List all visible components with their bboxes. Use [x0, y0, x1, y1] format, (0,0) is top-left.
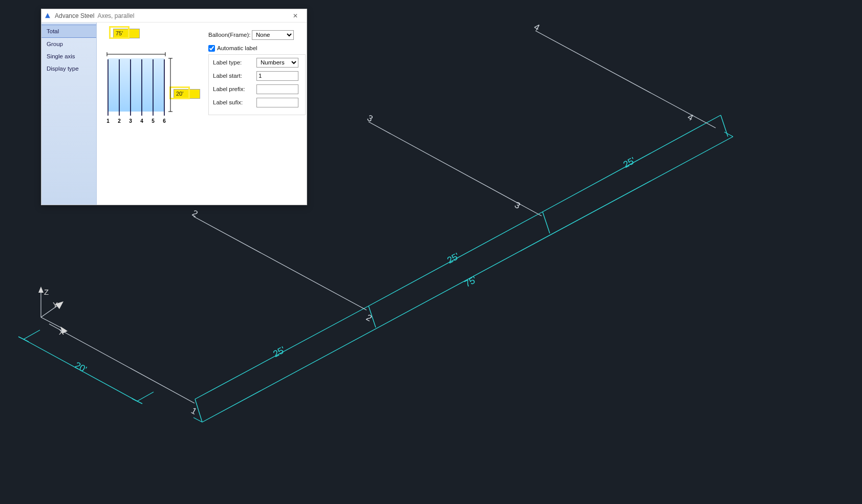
axis-label-2b: 2 — [364, 313, 373, 323]
svg-line-24 — [535, 31, 716, 128]
axis-label-4a: 4 — [532, 22, 541, 33]
app-icon — [44, 12, 52, 20]
svg-line-9 — [24, 330, 40, 339]
dim-depth: 20' — [18, 330, 154, 404]
svg-text:6: 6 — [163, 118, 166, 124]
axis-label-1: 1 — [189, 406, 198, 417]
axis-label-3a: 3 — [365, 113, 374, 124]
ucs-z-label: Z — [44, 288, 49, 296]
label-sufix-label: Label sufix: — [213, 99, 256, 105]
sidebar-item-display-type[interactable]: Display type — [41, 62, 96, 75]
sidebar-item-single-axis[interactable]: Single axis — [41, 50, 96, 62]
dialog-titlebar[interactable]: Advance Steel Axes, parallel ✕ — [41, 9, 307, 23]
label-start-label: Label start: — [213, 73, 256, 79]
axes-dialog: Advance Steel Axes, parallel ✕ Total Gro… — [41, 9, 307, 205]
total-width-input[interactable] — [113, 29, 140, 38]
axis-1-line: 1 — [49, 324, 198, 417]
svg-text:1: 1 — [106, 118, 110, 124]
svg-rect-28 — [108, 58, 164, 112]
sidebar-item-group[interactable]: Group — [41, 38, 96, 50]
balloon-label: Balloon(Frame): — [208, 32, 252, 38]
dialog-content: 1 2 3 4 5 6 Balloon(Frame): None Automat… — [97, 23, 307, 205]
label-type-select[interactable]: Numbers — [256, 58, 298, 68]
svg-text:3: 3 — [129, 118, 132, 124]
axis-3-line: 3 3 — [365, 113, 542, 216]
svg-text:5: 5 — [152, 118, 155, 124]
label-start-input[interactable] — [256, 71, 298, 81]
close-icon: ✕ — [293, 12, 298, 19]
svg-text:2: 2 — [118, 118, 121, 124]
svg-line-10 — [137, 392, 154, 401]
svg-text:4: 4 — [140, 118, 143, 124]
svg-line-22 — [193, 216, 367, 310]
ucs-icon: Z Y X — [38, 287, 68, 336]
dim-depth-text: 20' — [73, 360, 89, 375]
close-button[interactable]: ✕ — [286, 10, 305, 22]
label-sufix-input[interactable] — [256, 98, 298, 107]
svg-line-23 — [369, 122, 542, 216]
sidebar-item-total[interactable]: Total — [41, 25, 96, 38]
axis-4-line: 4 4 — [532, 22, 716, 128]
label-prefix-input[interactable] — [256, 84, 298, 94]
axes-preview: 1 2 3 4 5 6 — [106, 50, 178, 127]
dim-seg2: 25' — [369, 212, 550, 306]
auto-label-checkbox[interactable] — [208, 45, 215, 52]
auto-label-text: Automatic label — [217, 45, 257, 51]
dim-total-text: 75' — [463, 274, 478, 289]
axis-label-2a: 2 — [190, 208, 199, 219]
svg-line-21 — [721, 115, 728, 137]
axis-2-line: 2 2 — [190, 208, 373, 323]
dim-seg3: 25' — [543, 115, 728, 212]
dialog-subtitle: Axes, parallel — [97, 12, 134, 19]
ucs-y-label: Y — [53, 300, 58, 309]
svg-line-19 — [543, 212, 550, 233]
axis-label-4b: 4 — [686, 112, 695, 123]
svg-line-11 — [49, 324, 195, 403]
svg-marker-3 — [38, 287, 44, 293]
balloon-select[interactable]: None — [252, 30, 294, 40]
svg-line-14 — [724, 132, 733, 137]
label-prefix-label: Label prefix: — [213, 86, 256, 92]
labels-form: Balloon(Frame): None Automatic label Lab… — [208, 30, 306, 115]
label-type-label: Label type: — [213, 59, 256, 65]
dialog-title: Advance Steel — [55, 12, 94, 19]
dim-seg1: 25' — [195, 306, 376, 422]
axis-label-3b: 3 — [513, 200, 522, 211]
dialog-sidebar: Total Group Single axis Display type — [41, 23, 97, 205]
